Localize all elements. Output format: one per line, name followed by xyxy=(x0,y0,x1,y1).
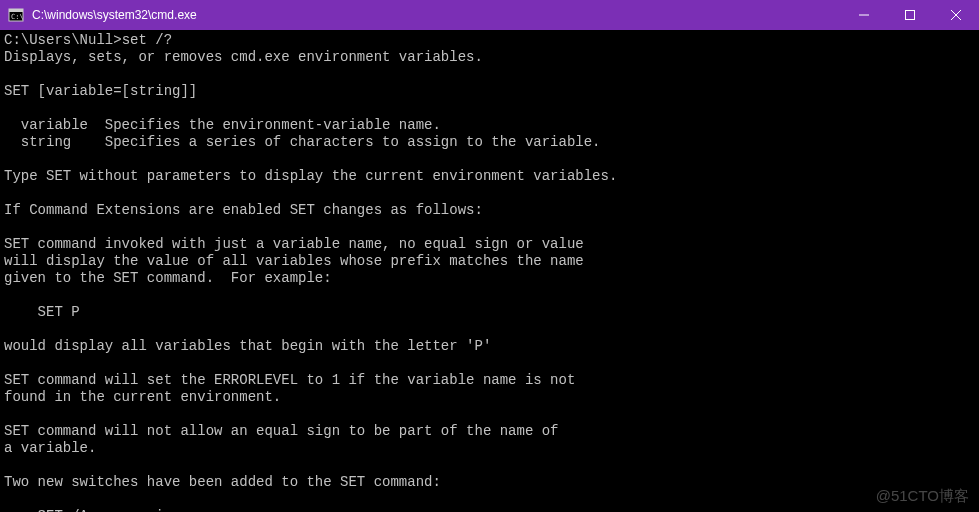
minimize-button[interactable] xyxy=(841,0,887,30)
maximize-button[interactable] xyxy=(887,0,933,30)
svg-text:C:\: C:\ xyxy=(11,13,24,21)
prompt: C:\Users\Null> xyxy=(4,32,122,48)
command-output: Displays, sets, or removes cmd.exe envir… xyxy=(4,49,617,512)
window-title: C:\windows\system32\cmd.exe xyxy=(30,8,841,22)
svg-rect-4 xyxy=(906,11,915,20)
svg-rect-1 xyxy=(9,9,23,12)
window-controls xyxy=(841,0,979,30)
window-titlebar: C:\ C:\windows\system32\cmd.exe xyxy=(0,0,979,30)
close-button[interactable] xyxy=(933,0,979,30)
typed-command: set /? xyxy=(122,32,172,48)
cmd-icon: C:\ xyxy=(8,7,24,23)
terminal-output[interactable]: C:\Users\Null>set /? Displays, sets, or … xyxy=(0,30,979,512)
